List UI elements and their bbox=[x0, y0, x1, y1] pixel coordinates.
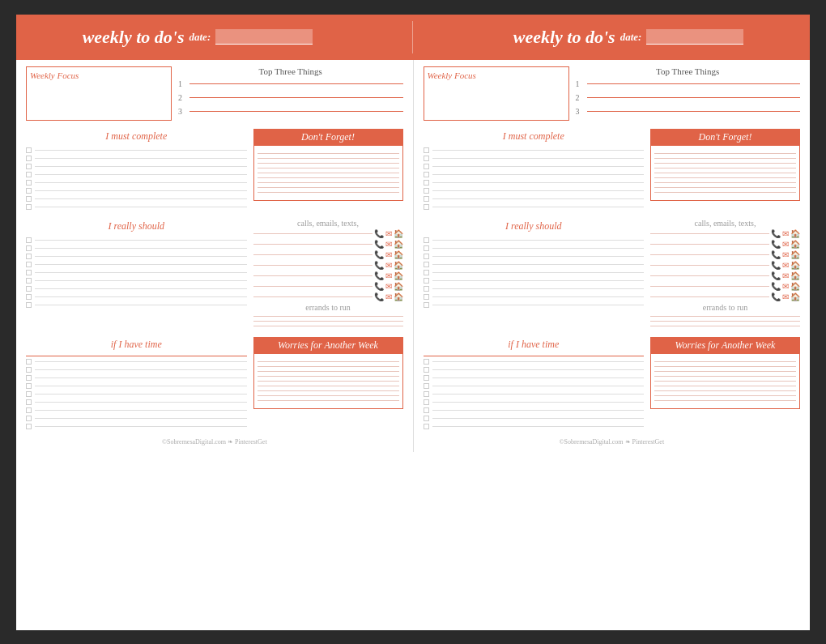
left-must-item bbox=[26, 164, 247, 169]
right-call-item: 📞 ✉ 🏠 bbox=[650, 282, 800, 291]
right-worries-label: Worries for Another Week bbox=[650, 337, 800, 354]
right-weekly-focus-label: Weekly Focus bbox=[428, 70, 565, 80]
date-input-left[interactable] bbox=[215, 29, 313, 45]
right-must-row: I must complete Don't Forget! bbox=[424, 129, 801, 212]
right-iftime-item bbox=[424, 391, 645, 397]
right-should-item bbox=[424, 245, 645, 251]
left-should-item bbox=[26, 237, 247, 243]
right-call-item: 📞 ✉ 🏠 bbox=[650, 261, 800, 270]
left-iftime-item bbox=[26, 399, 247, 405]
right-must-item bbox=[424, 196, 645, 202]
right-should-item bbox=[424, 254, 645, 259]
left-call-item: 📞 ✉ 🏠 bbox=[253, 282, 403, 291]
left-footer: ©SobremesaDigital.com ❧ PinterestGet bbox=[26, 438, 403, 446]
right-iftime-item bbox=[424, 359, 645, 365]
right-calls-label: calls, emails, texts, bbox=[650, 219, 800, 228]
left-iftime-list: if I have time bbox=[26, 337, 247, 432]
left-should-item bbox=[26, 294, 247, 300]
right-should-row: I really should calls, emails, texts, bbox=[424, 219, 801, 331]
left-should-item bbox=[26, 270, 247, 275]
left-top-three-item-3: 3 bbox=[178, 107, 403, 116]
right-iftime-label: if I have time bbox=[424, 337, 645, 352]
left-must-item bbox=[26, 204, 247, 210]
left-iftime-item bbox=[26, 407, 247, 413]
right-worries: Worries for Another Week bbox=[650, 337, 800, 432]
right-errands-label: errands to run bbox=[650, 303, 800, 312]
right-must-item bbox=[424, 188, 645, 194]
left-iftime-item bbox=[26, 359, 247, 365]
left-dont-forget: Don't Forget! bbox=[253, 129, 403, 212]
date-label-right: date: bbox=[620, 31, 642, 44]
left-column: Weekly Focus Top Three Things 1 2 3 bbox=[16, 60, 414, 452]
left-call-item: 📞 ✉ 🏠 bbox=[253, 261, 403, 270]
left-iftime-label: if I have time bbox=[26, 337, 247, 352]
left-calls-label: calls, emails, texts, bbox=[253, 219, 403, 228]
left-iftime-row: if I have time Worries for Another Week bbox=[26, 337, 403, 432]
right-worries-content bbox=[650, 354, 800, 409]
left-calls-box: calls, emails, texts, 📞 ✉ 🏠 📞 ✉ 🏠 bbox=[253, 219, 403, 331]
header-left: weekly to do's date: bbox=[83, 27, 313, 48]
right-iftime-item bbox=[424, 367, 645, 373]
right-weekly-focus-box[interactable]: Weekly Focus bbox=[424, 66, 569, 121]
right-iftime-item bbox=[424, 375, 645, 381]
left-should-item bbox=[26, 262, 247, 267]
left-worries-label: Worries for Another Week bbox=[253, 337, 403, 354]
right-top-three-title: Top Three Things bbox=[576, 66, 801, 76]
right-must-item bbox=[424, 204, 645, 210]
left-worries-content bbox=[253, 354, 403, 409]
left-must-item bbox=[26, 188, 247, 194]
right-call-item: 📞 ✉ 🏠 bbox=[650, 250, 800, 259]
right-should-item bbox=[424, 302, 645, 308]
right-should-item bbox=[424, 262, 645, 267]
left-should-item bbox=[26, 245, 247, 251]
right-dont-forget-label: Don't Forget! bbox=[650, 129, 800, 146]
right-footer: ©SobremesaDigital.com ❧ PinterestGet bbox=[424, 438, 801, 446]
page: weekly to do's date: weekly to do's date… bbox=[16, 15, 810, 630]
header-divider bbox=[412, 21, 413, 53]
header-title-left: weekly to do's bbox=[83, 27, 185, 48]
left-worries: Worries for Another Week bbox=[253, 337, 403, 432]
left-iftime-item bbox=[26, 375, 247, 381]
right-dont-forget: Don't Forget! bbox=[650, 129, 800, 212]
right-calls-box: calls, emails, texts, 📞 ✉ 🏠 📞 ✉ 🏠 bbox=[650, 219, 800, 331]
left-top-three-item-1: 1 bbox=[178, 79, 403, 88]
right-call-item: 📞 ✉ 🏠 bbox=[650, 240, 800, 249]
right-should-item bbox=[424, 270, 645, 275]
right-should-item bbox=[424, 286, 645, 292]
left-weekly-focus-label: Weekly Focus bbox=[30, 70, 168, 80]
left-top-three: Top Three Things 1 2 3 bbox=[178, 66, 403, 121]
left-top-section: Weekly Focus Top Three Things 1 2 3 bbox=[26, 66, 403, 121]
left-must-item bbox=[26, 172, 247, 177]
right-iftime-list: if I have time bbox=[424, 337, 645, 432]
right-column: Weekly Focus Top Three Things 1 2 3 bbox=[414, 60, 811, 452]
left-top-three-item-2: 2 bbox=[178, 93, 403, 102]
right-must-item bbox=[424, 180, 645, 186]
right-dont-forget-content bbox=[650, 146, 800, 201]
header-right: weekly to do's date: bbox=[513, 27, 744, 48]
main-columns: Weekly Focus Top Three Things 1 2 3 bbox=[16, 60, 810, 452]
left-must-item bbox=[26, 196, 247, 202]
right-iftime-item bbox=[424, 416, 645, 421]
left-should-item bbox=[26, 302, 247, 308]
left-should-label: I really should bbox=[26, 219, 247, 234]
left-weekly-focus-box[interactable]: Weekly Focus bbox=[26, 66, 172, 121]
left-should-item bbox=[26, 278, 247, 284]
left-call-item: 📞 ✉ 🏠 bbox=[253, 292, 403, 301]
left-iftime-item bbox=[26, 391, 247, 397]
left-call-item: 📞 ✉ 🏠 bbox=[253, 240, 403, 249]
right-iftime-item bbox=[424, 383, 645, 389]
left-should-item bbox=[26, 254, 247, 259]
right-top-three: Top Three Things 1 2 3 bbox=[576, 66, 801, 121]
left-iftime-item bbox=[26, 424, 247, 429]
left-must-item bbox=[26, 156, 247, 161]
left-top-three-title: Top Three Things bbox=[178, 66, 403, 76]
right-call-item: 📞 ✉ 🏠 bbox=[650, 292, 800, 301]
date-input-right[interactable] bbox=[646, 29, 743, 45]
left-dont-forget-content bbox=[253, 146, 403, 201]
right-call-item: 📞 ✉ 🏠 bbox=[650, 229, 800, 238]
right-top-three-item-2: 2 bbox=[576, 93, 801, 102]
left-must-row: I must complete Don't Forget! bbox=[26, 129, 403, 212]
left-call-item: 📞 ✉ 🏠 bbox=[253, 250, 403, 259]
right-iftime-item bbox=[424, 407, 645, 413]
left-call-item: 📞 ✉ 🏠 bbox=[253, 271, 403, 280]
